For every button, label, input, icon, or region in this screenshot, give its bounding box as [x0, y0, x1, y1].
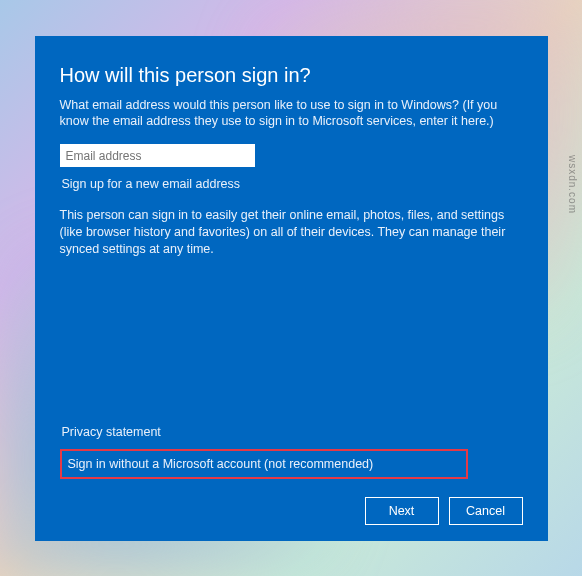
signin-dialog: How will this person sign in? What email… [35, 36, 548, 541]
spacer [60, 258, 523, 425]
privacy-statement-link[interactable]: Privacy statement [62, 425, 523, 439]
info-text: This person can sign in to easily get th… [60, 207, 523, 258]
button-row: Next Cancel [60, 497, 523, 525]
highlight-box: Sign in without a Microsoft account (not… [60, 449, 468, 479]
email-input[interactable] [60, 144, 255, 167]
dialog-subtitle: What email address would this person lik… [60, 97, 523, 131]
cancel-button[interactable]: Cancel [449, 497, 523, 525]
dialog-title: How will this person sign in? [60, 64, 523, 87]
signup-new-email-link[interactable]: Sign up for a new email address [62, 177, 523, 191]
next-button[interactable]: Next [365, 497, 439, 525]
signin-without-account-link[interactable]: Sign in without a Microsoft account (not… [68, 457, 374, 471]
watermark: wsxdn.com [567, 155, 578, 214]
